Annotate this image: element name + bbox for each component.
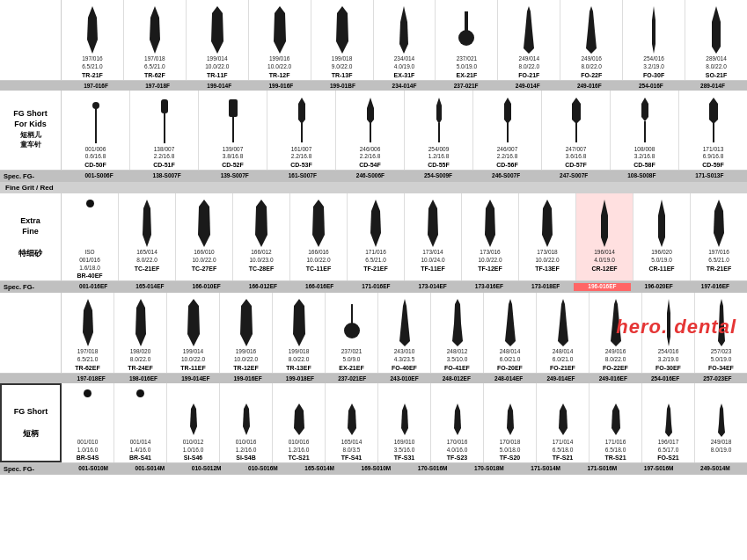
svg-marker-26 <box>572 98 581 124</box>
bur-shape <box>503 297 517 346</box>
item-cell: 246/0072.2/16.8 CD-56F <box>473 91 542 171</box>
svg-marker-24 <box>504 98 511 124</box>
svg-marker-32 <box>143 200 151 247</box>
bur-shape <box>712 198 726 247</box>
item-cell: 248/0146.0/21.0 FO-21EF <box>537 293 590 373</box>
svg-marker-30 <box>709 98 718 124</box>
bur-shape <box>648 4 660 54</box>
bur-shape <box>398 4 410 54</box>
bur-shape <box>706 95 721 144</box>
item-cell: 138/0072.2/16.8 CD-51F <box>130 91 199 171</box>
dot-icon <box>84 389 92 397</box>
svg-marker-11 <box>712 6 721 54</box>
svg-marker-10 <box>652 6 655 54</box>
section2-label: FG ShortFor Kids短柄儿童车针 <box>0 91 62 171</box>
item-cell: 248/0123.5/10.0 FO-41EF <box>431 293 484 373</box>
svg-marker-39 <box>542 200 553 247</box>
bur-shape <box>364 95 377 144</box>
svg-marker-53 <box>558 299 568 346</box>
svg-marker-3 <box>274 6 286 54</box>
bur-shape <box>715 402 728 437</box>
svg-marker-37 <box>428 200 438 247</box>
svg-rect-17 <box>232 116 234 142</box>
svg-rect-31 <box>713 123 714 142</box>
svg-marker-51 <box>452 299 463 346</box>
bur-shape <box>709 4 723 54</box>
bur-shape <box>556 297 570 346</box>
item-cell: 199/01410.0/22.0 TR-11F <box>187 0 249 80</box>
bur-shape <box>399 402 411 437</box>
section3-row: ExtraFine特细砂 ISO001/0161.6/18.0 BR-40EF … <box>0 193 747 281</box>
bur-shape <box>609 402 623 437</box>
bur-shape <box>434 95 444 144</box>
svg-marker-22 <box>436 98 442 124</box>
item-cell: 173/01810.0/22.0 TF-13EF <box>519 193 576 280</box>
svg-rect-29 <box>644 121 646 142</box>
item-cell: 197/0166.5/21.0 TR-21EF <box>691 193 747 280</box>
svg-marker-33 <box>198 200 210 247</box>
item-cell: 254/0163.2/19.0 FO-30F <box>623 0 685 80</box>
svg-marker-44 <box>135 299 146 346</box>
svg-rect-25 <box>507 123 509 142</box>
item-cell: 196/0176.5/17.0 FO-S21 <box>642 383 695 463</box>
bur-shape <box>584 4 598 54</box>
section3-label: ExtraFine特细砂 <box>0 193 62 280</box>
item-cell: 247/0073.6/16.8 CD-57F <box>542 91 611 171</box>
svg-marker-42 <box>714 200 724 247</box>
svg-marker-0 <box>87 6 98 54</box>
item-cell: 001/0060.6/16.8 CD-50F <box>62 91 130 171</box>
bur-shape <box>296 95 308 144</box>
item-cell: 165/0148.0/22.0 TC-21EF <box>119 193 176 280</box>
svg-marker-18 <box>298 98 305 124</box>
item-cell: 234/0144.0/19.0 EX-31F <box>374 0 436 80</box>
item-cell: 170/0164.0/16.0 TF-S23 <box>431 383 484 463</box>
item-cell: 197/0186.5/21.0 TR-62F <box>124 0 187 80</box>
svg-rect-13 <box>95 108 97 143</box>
item-cell: 171/0136.9/16.8 CD-59F <box>679 91 747 171</box>
svg-marker-59 <box>294 404 304 435</box>
bur-shape <box>238 297 254 346</box>
bur-shape <box>311 198 326 247</box>
svg-marker-57 <box>190 404 197 435</box>
item-cell: 108/0083.2/16.8 CD-58F <box>611 91 679 171</box>
bur-shape <box>539 198 555 247</box>
item-cell: 010/0121.0/16.0 SI-S46 <box>167 383 220 463</box>
bur-shape <box>556 402 570 437</box>
bur-shape <box>502 95 514 144</box>
bur-shape <box>92 95 100 144</box>
svg-rect-19 <box>301 123 303 142</box>
dot-icon <box>136 389 144 397</box>
svg-marker-8 <box>524 6 534 54</box>
section3-footer: Spec. FG- 001-016EF 165-014EF 166-010EF … <box>0 281 747 293</box>
item-cell: 139/0073.8/16.8 CD-52F <box>199 91 267 171</box>
item-cell: 249/0148.0/22.0 FO-21F <box>498 0 560 80</box>
svg-rect-23 <box>438 123 440 142</box>
item-cell: ISO001/0161.6/18.0 BR-40EF <box>62 193 119 280</box>
item-cell: 171/0166.5/18.0 TR-S21 <box>590 383 642 463</box>
item-cell: 246/0062.2/16.8 CD-54F <box>336 91 405 171</box>
item-cell: 173/01410.0/24.0 TF-11EF <box>405 193 462 280</box>
bur-shape <box>663 402 675 437</box>
bur-shape <box>292 402 306 437</box>
item-cell: 198/0208.0/22.0 TR-24EF <box>114 293 167 373</box>
dot-icon <box>86 200 94 207</box>
section5-label: FG Short短柄 <box>0 383 62 463</box>
bur-shape <box>569 95 583 144</box>
bur-shape <box>148 4 162 54</box>
item-cell: 243/0104.3/23.5 FO-40EF <box>378 293 431 373</box>
svg-marker-4 <box>336 6 348 54</box>
svg-marker-28 <box>641 98 648 121</box>
bur-shape <box>85 4 99 54</box>
item-cell: 010/0161.2/16.0 TC-S21 <box>273 383 326 463</box>
bur-shape <box>253 198 269 247</box>
bur-shape <box>188 402 199 437</box>
bur-shape <box>133 297 149 346</box>
bur-shape <box>196 198 212 247</box>
svg-marker-67 <box>718 404 725 437</box>
svg-rect-16 <box>229 99 238 117</box>
section4-label <box>0 293 62 373</box>
svg-marker-35 <box>312 200 325 247</box>
svg-marker-50 <box>399 299 410 346</box>
section1-footer: 197-016F 197-018F 199-014F 199-016F 199-… <box>0 81 747 91</box>
item-cell: 170/0185.0/18.0 TF-S20 <box>484 383 537 463</box>
